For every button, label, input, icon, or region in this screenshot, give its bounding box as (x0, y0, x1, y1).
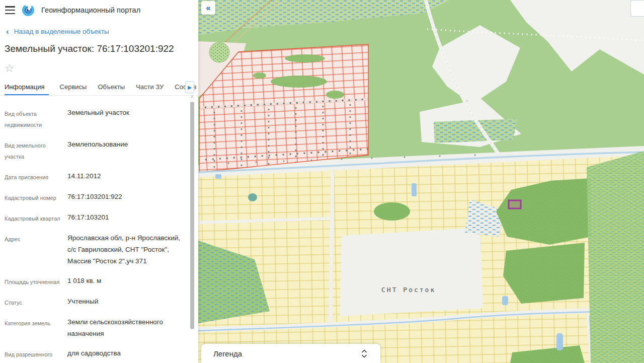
map-graphics: СНТ Росток (198, 0, 644, 363)
field-label: Вид разрешенного использования (5, 347, 64, 363)
field-value: 76:17:103201:922 (64, 191, 187, 203)
info-row: Вид объекта недвижимости Земельный участ… (0, 103, 187, 134)
field-value: Учтенный (64, 296, 187, 308)
favorite-star-button[interactable]: ☆ (5, 61, 19, 76)
star-icon: ☆ (5, 62, 15, 75)
collapse-panel-button[interactable]: « (201, 1, 215, 15)
legend-toggle-icon[interactable] (361, 349, 367, 358)
info-row: Статус Учтенный (0, 292, 187, 312)
tabs-overflow-button[interactable]: ▶ (185, 81, 194, 93)
chevron-left-icon: ‹ (6, 28, 9, 35)
field-value: для садоводства (64, 347, 187, 363)
legend-title: Легенда (213, 349, 242, 358)
field-label: Кадастровый номер (5, 191, 64, 203)
field-value: Земли сельскохозяйственного назначения (64, 316, 187, 339)
field-value: Ярославская обл, р-н Ярославский, с/с Га… (64, 232, 187, 267)
legend-panel[interactable]: Легенда (201, 344, 380, 363)
field-label: Категория земель (5, 316, 64, 339)
menu-icon[interactable] (5, 6, 15, 14)
app-title: Геоинформационный портал (41, 6, 140, 14)
info-row: Площадь уточненная 1 018 кв. м (0, 271, 187, 292)
panel-header: Геоинформационный портал (0, 0, 198, 17)
portal-logo-icon (22, 4, 34, 16)
back-link-label: Назад в выделенные объекты (14, 28, 109, 35)
scrollbar-thumb[interactable] (190, 102, 194, 329)
map-canvas[interactable]: СНТ Росток « Легенда (198, 0, 644, 363)
field-label: Статус (5, 296, 64, 308)
info-row: Категория земель Земли сельскохозяйствен… (0, 312, 187, 343)
field-label: Вид объекта недвижимости (5, 107, 64, 130)
info-list: Вид объекта недвижимости Земельный участ… (0, 99, 187, 363)
double-chevron-left-icon: « (206, 4, 211, 12)
info-row: Кадастровый номер 76:17:103201:922 (0, 187, 187, 207)
panel-scrollbar[interactable]: ˄ (190, 95, 195, 363)
back-link[interactable]: ‹ Назад в выделенные объекты (6, 28, 198, 35)
info-row: Кадастровый квартал 76:17:103201 (0, 207, 187, 228)
tab-parcel-parts[interactable]: Части ЗУ (136, 80, 164, 95)
map-control-partial[interactable] (630, 0, 644, 17)
field-value: 14.11.2012 (64, 170, 187, 183)
details-panel: Геоинформационный портал ‹ Назад в выдел… (0, 0, 198, 363)
tab-bar: Информация Сервисы Объекты Части ЗУ Сост… (0, 80, 198, 96)
tab-objects[interactable]: Объекты (98, 80, 125, 95)
field-value: Земельный участок (64, 107, 187, 130)
tab-services[interactable]: Сервисы (60, 80, 87, 95)
map-area-label: СНТ Росток (381, 286, 436, 294)
snt-clearing (340, 228, 483, 316)
info-row: Вид разрешенного использования для садов… (0, 343, 187, 363)
selected-parcel-highlight (509, 200, 521, 208)
tab-information[interactable]: Информация (5, 80, 49, 95)
scrollbar-up-arrow[interactable]: ˄ (190, 95, 195, 101)
page-title: Земельный участок: 76:17:103201:922 (5, 43, 198, 54)
field-value: Землепользование (64, 138, 187, 162)
info-row: Адрес Ярославская обл, р-н Ярославский, … (0, 228, 187, 271)
field-label: Адрес (5, 232, 64, 267)
field-label: Дата присвоения (5, 170, 64, 183)
chevron-right-icon: ▶ (188, 85, 192, 90)
field-label: Кадастровый квартал (5, 211, 64, 224)
info-row: Дата присвоения 14.11.2012 (0, 166, 187, 187)
info-row: Вид земельного участка Землепользование (0, 134, 187, 166)
field-value: 76:17:103201 (64, 211, 187, 224)
field-label: Вид земельного участка (5, 138, 64, 162)
field-label: Площадь уточненная (5, 275, 64, 287)
field-value: 1 018 кв. м (64, 275, 187, 287)
